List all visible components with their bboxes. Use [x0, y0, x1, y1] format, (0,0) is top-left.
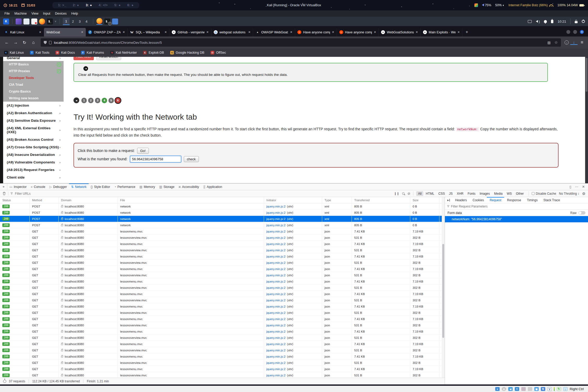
back-button[interactable]: ←: [3, 40, 10, 45]
sidebar-lesson-item[interactable]: Writing new lesson ✔: [3, 95, 64, 102]
bookmark-item[interactable]: Exploit-DB: [143, 51, 164, 54]
table-scrollbar-thumb[interactable]: [442, 244, 444, 338]
request-row[interactable]: 200 GET localhost:8080 lessonoverview.mv…: [0, 247, 445, 253]
guest-clock[interactable]: 10:21: [558, 20, 566, 23]
initiator-link[interactable]: jquery.min.js:2: [266, 267, 285, 271]
tracking-shield-icon[interactable]: [44, 41, 47, 44]
initiator-link[interactable]: jquery.min.js:2: [266, 311, 285, 314]
initiator-link[interactable]: jquery.min.js:2: [266, 224, 285, 227]
initiator-link[interactable]: jquery.min.js:2: [266, 305, 285, 308]
column-header[interactable]: Status: [0, 197, 30, 203]
check-button[interactable]: check: [184, 156, 199, 162]
type-filter-button[interactable]: Other: [514, 191, 526, 196]
clear-requests-trash-icon[interactable]: [3, 192, 6, 195]
folder-app-icon[interactable]: [112, 19, 118, 24]
devtools-tab[interactable]: » Console: [29, 183, 47, 190]
bookmark-item[interactable]: OffSec: [211, 51, 226, 54]
request-row[interactable]: 200 GET localhost:8080 lessonmenu.mvc jq…: [0, 241, 445, 247]
initiator-link[interactable]: jquery.min.js:2: [266, 374, 285, 377]
host-workspace[interactable]: 2:●: [73, 3, 79, 7]
chevron-down-icon[interactable]: ˅: [55, 20, 56, 23]
firefox-launcher-icon[interactable]: [39, 19, 45, 24]
virtualbox-menu-item[interactable]: View: [29, 11, 41, 16]
host-workspace-switcher[interactable]: 1:>_ 2:● 3:● 4:</> 5:● 6:●: [52, 2, 139, 8]
bookmark-item[interactable]: Kali Docs: [56, 51, 75, 54]
vbox-harddisk-icon[interactable]: ●: [495, 387, 500, 391]
request-row[interactable]: 200 POST localhost:8080 network jquery.m…: [0, 203, 445, 210]
form-data-label[interactable]: Form data: [448, 211, 462, 215]
request-row[interactable]: 200 GET localhost:8080 lessonmenu.mvc jq…: [0, 253, 445, 260]
tab-close-icon[interactable]: ✕: [374, 30, 376, 34]
guest-workspace[interactable]: 3: [76, 18, 83, 25]
browser-tab[interactable]: webgoat solutions - G ✕: [211, 28, 253, 36]
page-scrollbar[interactable]: [585, 57, 588, 183]
column-header[interactable]: Domain: [59, 197, 118, 203]
initiator-link[interactable]: jquery.min.js:2: [266, 317, 285, 321]
close-button[interactable]: ✕: [580, 30, 584, 34]
request-row[interactable]: 200 GET localhost:8080 lessonoverview.mv…: [0, 260, 445, 266]
devtools-options-icon[interactable]: ⋯: [575, 185, 578, 189]
page-info-icon[interactable]: [49, 41, 52, 44]
type-filter-button[interactable]: JS: [447, 191, 455, 196]
devtools-tab[interactable]: ⣿ Application: [201, 183, 224, 190]
request-row[interactable]: 200 GET localhost:8080 lessonoverview.mv…: [0, 272, 445, 278]
bookmark-item[interactable]: Google Hacking DB: [170, 51, 204, 54]
answer-input[interactable]: [130, 156, 181, 163]
browser-tab[interactable]: Have anyone comple ✕: [295, 28, 337, 36]
sidebar-lesson-item[interactable]: HTTP Proxies ✔: [3, 68, 64, 75]
kali-menu-icon[interactable]: K: [3, 19, 9, 24]
request-row[interactable]: 200 GET localhost:8080 lessonoverview.mv…: [0, 235, 445, 241]
filter-urls-input[interactable]: [15, 192, 124, 195]
pocket-icon[interactable]: ⌄: [565, 40, 569, 45]
element-picker-icon[interactable]: ⌖: [0, 183, 7, 190]
sidebar-section-item[interactable]: (A7) Cross-Site Scripting (XSS)›: [3, 143, 64, 151]
bookmark-item[interactable]: Kali NetHunter: [110, 51, 137, 54]
responsive-mode-icon[interactable]: ▯: [569, 185, 571, 189]
request-row[interactable]: 200 GET localhost:8080 lessonmenu.mvc jq…: [0, 291, 445, 297]
hide-hints-button[interactable]: Hide hints: [74, 57, 94, 60]
type-filter-button[interactable]: Images: [478, 191, 492, 196]
tab-close-icon[interactable]: ✕: [81, 30, 83, 34]
guest-workspace[interactable]: 1: [63, 18, 70, 25]
maximize-button[interactable]: [573, 30, 577, 34]
details-tab[interactable]: Response: [504, 197, 524, 203]
page-number-button[interactable]: 5: [108, 98, 114, 103]
host-workspace[interactable]: 1:>_: [58, 3, 66, 7]
go-button[interactable]: Go!: [137, 148, 149, 154]
initiator-link[interactable]: jquery.min.js:2: [266, 236, 285, 239]
browser-tab[interactable]: Kali Linux ✕: [2, 28, 44, 36]
browser-tab[interactable]: WebGoatSolutions/S ✕: [379, 28, 421, 36]
request-row[interactable]: 200 GET localhost:8080 lessonmenu.mvc jq…: [0, 366, 445, 372]
vbox-shared-folders-icon[interactable]: [528, 387, 532, 391]
devtools-tab[interactable]: ⇅ Network: [69, 183, 89, 190]
sidebar-section-item[interactable]: (A5) Broken Access Control›: [3, 136, 64, 143]
tab-close-icon[interactable]: ✕: [206, 30, 209, 34]
power-icon[interactable]: [582, 20, 585, 23]
minimize-button[interactable]: [566, 30, 570, 34]
bookmark-item[interactable]: Kali Linux: [4, 51, 24, 54]
virtualbox-menu-item[interactable]: Machine: [12, 11, 29, 16]
guest-workspace[interactable]: 2: [70, 18, 76, 25]
vbox-usb-icon[interactable]: [521, 387, 526, 391]
vbox-download-icon[interactable]: ↓: [563, 387, 568, 391]
sidebar-section-item[interactable]: (A9) Vulnerable Components›: [3, 158, 64, 166]
initiator-link[interactable]: jquery.min.js:2: [266, 261, 285, 264]
sidebar-section-item[interactable]: (A2) Broken Authentication›: [3, 109, 64, 117]
tab-close-icon[interactable]: ✕: [248, 30, 250, 34]
kali-tray-icon[interactable]: [474, 3, 478, 7]
initiator-link[interactable]: jquery.min.js:2: [266, 330, 285, 333]
initiator-link[interactable]: jquery.min.js:2: [266, 349, 285, 352]
initiator-link[interactable]: jquery.min.js:2: [266, 368, 285, 371]
devtools-tab[interactable]: ◔ Performance: [112, 183, 137, 190]
reader-mode-icon[interactable]: ▤: [547, 41, 550, 45]
sidebar-lesson-item[interactable]: CIA Triad ✔: [3, 81, 64, 88]
hint-arrow-icon[interactable]: ➜: [83, 66, 88, 71]
column-header[interactable]: File: [118, 197, 264, 203]
vbox-recording-icon[interactable]: ⧉: [541, 387, 545, 391]
request-row[interactable]: 200 GET localhost:8080 lessonoverview.mv…: [0, 335, 445, 341]
tab-close-icon[interactable]: ✕: [290, 30, 292, 34]
sidebar-item-general[interactable]: General›: [3, 57, 64, 61]
request-row[interactable]: 200 GET localhost:8080 lessonmenu.mvc jq…: [0, 303, 445, 310]
type-filter-button[interactable]: Media: [492, 191, 505, 196]
downloads-icon[interactable]: ↓: [570, 40, 578, 45]
